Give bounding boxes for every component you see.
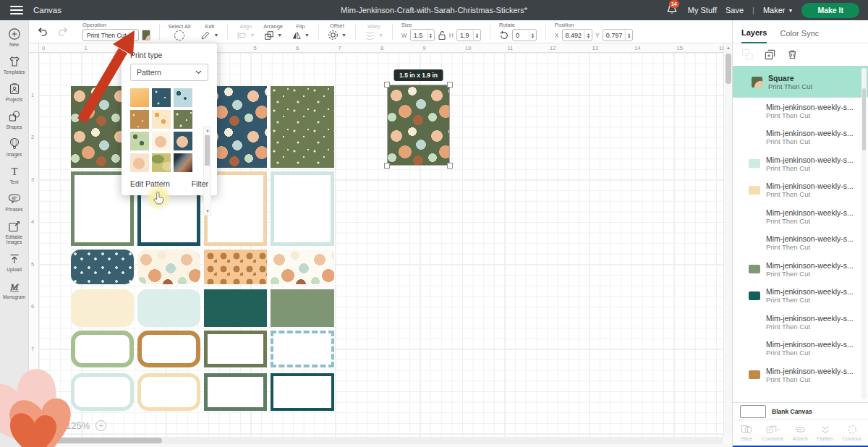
layer-item[interactable]: Mim-jenkinson-weekly-s... Print Then Cut [733, 177, 868, 204]
edit-button[interactable]: Edit ▼ [200, 23, 218, 41]
sticker[interactable] [71, 373, 134, 411]
layer-item[interactable]: Mim-jenkinson-weekly-s... Print Then Cut [733, 283, 868, 310]
pattern-swatch-blue-polka[interactable] [174, 88, 192, 107]
unlock-icon[interactable] [438, 30, 446, 41]
resize-handle[interactable] [384, 82, 390, 88]
make-it-button[interactable]: Make It [801, 3, 859, 18]
sidebar-item-images[interactable]: Images [0, 135, 29, 159]
layer-item[interactable]: Mim-jenkinson-weekly-s... Print Then Cut [733, 98, 868, 124]
scrollbar-thumb[interactable] [726, 54, 731, 84]
notifications-button[interactable]: 14 [666, 4, 679, 17]
pattern-swatch-orn-teal[interactable] [174, 132, 192, 150]
sticker[interactable] [71, 331, 134, 367]
layer-item[interactable]: Mim-jenkinson-weekly-s... Print Then Cut [733, 309, 868, 336]
sticker[interactable] [271, 250, 334, 284]
save-link[interactable]: Save [726, 6, 744, 14]
layer-item[interactable]: Mim-jenkinson-weekly-s... Print Then Cut [733, 124, 868, 151]
stepper-arrows-icon[interactable]: ▲▼ [427, 31, 434, 40]
select-all-button[interactable]: Select All [169, 23, 191, 41]
pattern-scrollbar[interactable]: ▲ ▼ [203, 126, 211, 216]
pattern-swatch-olive-camo[interactable] [152, 153, 171, 172]
redo-button[interactable] [56, 25, 71, 38]
sticker[interactable] [271, 171, 334, 246]
layers-scrollbar[interactable] [861, 68, 867, 399]
print-type-dropdown[interactable]: Pattern [130, 64, 208, 81]
pattern-swatch-olive-speckle[interactable] [174, 110, 192, 129]
scroll-down-icon[interactable]: ▼ [205, 209, 210, 213]
sticker[interactable] [271, 86, 334, 168]
edit-pattern-link[interactable]: Edit Pattern [130, 179, 170, 188]
position-x-stepper[interactable]: 8.492▲▼ [562, 29, 592, 41]
scroll-up-icon[interactable]: ▲ [205, 128, 210, 132]
width-stepper[interactable]: 1.5▲▼ [410, 29, 435, 41]
duplicate-button[interactable] [764, 48, 776, 61]
scrollbar-thumb[interactable] [862, 88, 866, 150]
scrollbar-thumb[interactable] [39, 438, 162, 443]
sticker[interactable] [71, 250, 134, 284]
stepper-arrows-icon[interactable]: ▲▼ [473, 31, 480, 40]
scroll-left-icon[interactable]: ◀ [31, 438, 35, 443]
sticker[interactable] [204, 331, 267, 367]
pattern-swatch-tan-speckle[interactable] [130, 110, 149, 129]
sidebar-item-text[interactable]: T Text [0, 163, 29, 187]
sidebar-item-templates[interactable]: Templates [0, 53, 29, 77]
height-stepper[interactable]: 1.9▲▼ [456, 29, 481, 41]
offset-button[interactable]: Offset ▼ [328, 22, 346, 41]
sticker[interactable] [204, 250, 267, 284]
pattern-swatch-photo[interactable] [174, 153, 192, 172]
filter-link[interactable]: Filter [192, 179, 208, 188]
layer-item[interactable]: Mim-jenkinson-weekly-s... Print Then Cut [733, 150, 868, 177]
sidebar-item-upload[interactable]: Upload [0, 250, 29, 274]
machine-selector[interactable]: Maker▼ [763, 6, 793, 14]
pattern-swatch-teal-speckle[interactable] [152, 88, 171, 107]
sticker[interactable] [137, 289, 200, 327]
resize-handle[interactable] [384, 163, 390, 169]
tab-layers[interactable]: Layers [741, 28, 767, 43]
sidebar-item-monogram[interactable]: M Monogram [0, 278, 29, 302]
sticker[interactable] [137, 331, 200, 367]
scrollbar-thumb[interactable] [205, 135, 210, 166]
rotate-stepper[interactable]: 0▲▼ [512, 29, 537, 41]
sticker[interactable] [204, 373, 267, 411]
layer-item[interactable]: Square Print Then Cut [733, 66, 868, 98]
sticker[interactable] [137, 250, 200, 284]
sidebar-item-new[interactable]: New [0, 25, 29, 49]
flip-button[interactable]: Flip ▼ [292, 23, 310, 41]
layer-item[interactable]: Mim-jenkinson-weekly-s... Print Then Cut [733, 256, 868, 283]
sticker[interactable] [137, 373, 200, 411]
pattern-swatch-orn-cream[interactable] [152, 132, 171, 150]
stepper-arrows-icon[interactable]: ▲▼ [529, 31, 536, 40]
operation-color-swatch[interactable] [142, 30, 150, 41]
stepper-arrows-icon[interactable]: ▲▼ [625, 31, 632, 40]
layer-item[interactable]: Mim-jenkinson-weekly-s... Print Then Cut [733, 203, 868, 230]
undo-button[interactable] [35, 25, 50, 38]
zoom-out-button[interactable]: − [49, 420, 60, 431]
resize-handle[interactable] [447, 82, 453, 88]
pattern-swatch-orange-grad[interactable] [130, 88, 149, 107]
zoom-in-button[interactable]: + [95, 420, 106, 431]
pattern-swatch-green-polka[interactable] [130, 132, 149, 150]
sticker[interactable] [271, 331, 334, 367]
stepper-arrows-icon[interactable]: ▲▼ [584, 31, 592, 40]
operation-dropdown[interactable]: Print Then Cut▼ [82, 29, 139, 41]
rotate-icon[interactable] [499, 30, 509, 41]
sticker[interactable] [71, 289, 134, 327]
layer-item[interactable]: Mim-jenkinson-weekly-s... Print Then Cut [733, 336, 868, 362]
resize-handle[interactable] [447, 163, 453, 169]
blank-canvas-row[interactable]: Blank Canvas [733, 402, 868, 420]
delete-button[interactable] [786, 48, 799, 61]
scroll-up-icon[interactable]: ▲ [726, 46, 731, 50]
sidebar-item-phrases[interactable]: Phrases [0, 190, 29, 214]
selected-sticker[interactable]: 1.5 in x 1.9 in [387, 85, 450, 166]
position-y-stepper[interactable]: 0.797▲▼ [603, 29, 633, 41]
pattern-swatch-orn-peach[interactable] [130, 153, 149, 172]
sticker[interactable] [204, 289, 267, 327]
sidebar-item-shapes[interactable]: Shapes [0, 108, 29, 132]
layer-item[interactable]: Mim-jenkinson-weekly-s... Print Then Cut [733, 230, 868, 257]
tab-color-sync[interactable]: Color Sync [780, 29, 819, 43]
sidebar-item-projects[interactable]: Projects [0, 80, 29, 104]
my-stuff-link[interactable]: My Stuff [688, 6, 717, 14]
canvas-horizontal-scrollbar[interactable]: ◀ [29, 437, 723, 444]
menu-icon[interactable] [10, 6, 23, 14]
sidebar-item-editable-images[interactable]: Editable Images [0, 218, 29, 247]
